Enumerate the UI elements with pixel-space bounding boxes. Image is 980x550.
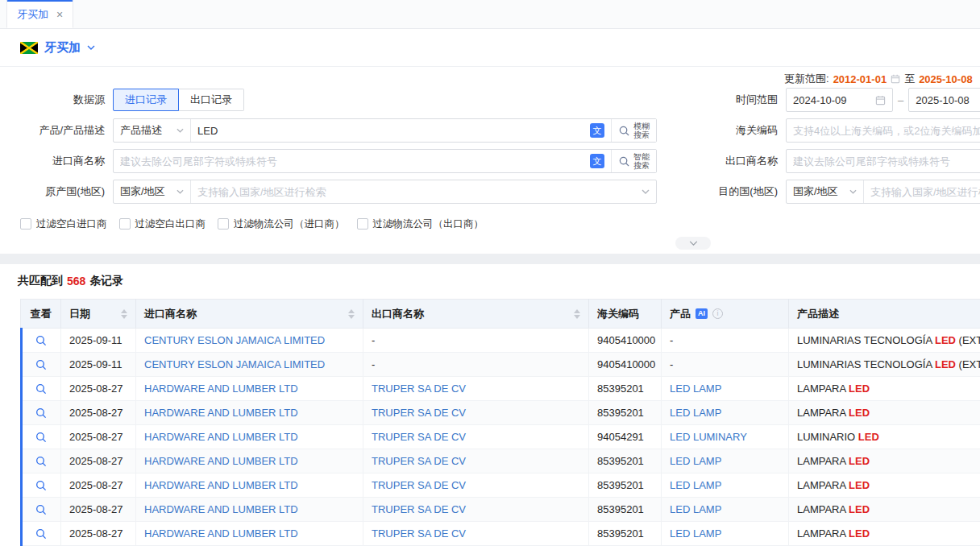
checkbox-box[interactable] [20, 218, 31, 230]
importer-link[interactable]: HARDWARE AND LUMBER LTD [144, 527, 298, 540]
chevron-down-icon[interactable] [642, 189, 650, 194]
summary-suffix: 条记录 [89, 274, 123, 288]
smart-search-label-1: 智能 [633, 152, 650, 161]
checkbox-label: 过滤空白出口商 [135, 217, 206, 231]
exporter-link[interactable]: TRUPER SA DE CV [372, 431, 466, 443]
date-range-separator: – [898, 94, 903, 106]
checkbox-row: 过滤空白进口商 过滤空白出口商 过滤物流公司（进口商） 过滤物流公司（出口商） [0, 215, 980, 233]
exporter-link[interactable]: TRUPER SA DE CV [372, 455, 466, 467]
importer-link[interactable]: HARDWARE AND LUMBER LTD [144, 479, 298, 491]
product-description-cell: LUMINARIAS TECNOLOGÍA LED (EXT [789, 353, 980, 377]
table-header-row: 查看 日期 进口商名称 [21, 300, 980, 329]
country-name: 牙买加 [44, 40, 81, 56]
tab-close-icon[interactable]: × [56, 8, 63, 21]
checkbox-filter-logistics-importer[interactable]: 过滤物流公司（进口商） [218, 217, 345, 231]
product-link[interactable]: LED LAMP [670, 407, 721, 419]
checkbox-box[interactable] [357, 218, 368, 230]
search-icon [618, 125, 630, 137]
checkbox-box[interactable] [119, 218, 131, 230]
product-link[interactable]: LED LAMP [670, 527, 721, 540]
exporter-link[interactable]: TRUPER SA DE CV [372, 407, 466, 419]
product-keyword-input[interactable] [191, 119, 590, 142]
date-cell: 2025-08-27 [61, 498, 136, 522]
tab-jamaica[interactable]: 牙买加 × [6, 0, 73, 28]
hs-code-input[interactable] [786, 118, 980, 143]
date-cell: 2025-08-27 [61, 449, 136, 473]
chevron-down-icon [849, 189, 857, 194]
importer-link[interactable]: HARDWARE AND LUMBER LTD [144, 383, 298, 395]
checkbox-filter-blank-exporter[interactable]: 过滤空白出口商 [119, 217, 206, 231]
importer-link[interactable]: CENTURY ESLON JAMAICA LIMITED [144, 358, 325, 370]
filter-row-origin: 原产国(地区) 国家/地区 目的国(地区) 国家/地区 [0, 180, 980, 204]
hs-code-label: 海关编码 [657, 123, 786, 138]
collapse-filters-button[interactable] [675, 237, 711, 250]
origin-country-select[interactable]: 国家/地区 [114, 180, 191, 203]
exporter-link[interactable]: TRUPER SA DE CV [372, 383, 466, 395]
table-row: 2025-08-27HARDWARE AND LUMBER LTDTRUPER … [21, 401, 980, 425]
start-date-value: 2024-10-09 [793, 94, 847, 106]
translate-icon[interactable]: 文 [590, 123, 604, 138]
destination-country-input[interactable] [864, 180, 980, 203]
origin-country-input[interactable] [191, 180, 642, 203]
product-link[interactable]: LED LAMP [670, 383, 721, 395]
start-date-input[interactable]: 2024-10-09 [786, 88, 893, 112]
destination-country-select[interactable]: 国家/地区 [787, 180, 864, 203]
view-record-icon[interactable] [35, 480, 47, 491]
destination-country-select-value: 国家/地区 [793, 184, 838, 199]
view-record-icon[interactable] [35, 383, 47, 395]
info-icon[interactable]: i [712, 308, 723, 319]
destination-country-group: 国家/地区 [786, 180, 980, 204]
smart-search-button[interactable]: 智能搜索 [611, 150, 656, 172]
exporter-link[interactable]: TRUPER SA DE CV [372, 503, 466, 515]
view-record-icon[interactable] [35, 335, 47, 346]
results-panel: 共匹配到 568 条记录 查看 日期 [0, 264, 980, 546]
importer-input-group: 文 智能搜索 [113, 149, 657, 173]
view-record-icon[interactable] [35, 504, 47, 515]
importer-link[interactable]: HARDWARE AND LUMBER LTD [144, 455, 298, 467]
tab-import-records[interactable]: 进口记录 [113, 89, 179, 111]
exporter-link[interactable]: TRUPER SA DE CV [372, 479, 466, 491]
view-record-icon[interactable] [35, 432, 47, 443]
view-record-icon[interactable] [35, 528, 47, 540]
end-date-input[interactable]: 2025-10-08 [908, 88, 980, 112]
country-dropdown-chevron-icon[interactable] [87, 45, 95, 50]
exporter-name-label: 出口商名称 [657, 154, 786, 168]
importer-link[interactable]: HARDWARE AND LUMBER LTD [144, 407, 298, 419]
date-cell: 2025-08-27 [61, 377, 136, 401]
product-link[interactable]: LED LAMP [670, 479, 721, 491]
exporter-link[interactable]: TRUPER SA DE CV [372, 527, 466, 540]
importer-link[interactable]: HARDWARE AND LUMBER LTD [144, 431, 298, 443]
table-body: 2025-09-11CENTURY ESLON JAMAICA LIMITED-… [21, 329, 980, 546]
checkbox-box[interactable] [218, 218, 229, 230]
translate-icon[interactable]: 文 [590, 154, 604, 168]
view-record-icon[interactable] [35, 407, 47, 419]
hs-code-cell: 85395201 [589, 449, 662, 473]
filter-row-product: 产品/产品描述 产品描述 文 模糊搜索 海关编码 [0, 118, 980, 143]
tab-export-records[interactable]: 出口记录 [179, 89, 244, 111]
importer-name-input[interactable] [114, 150, 590, 172]
hs-code-cell: 94054291 [589, 425, 662, 449]
sort-icon[interactable] [574, 309, 580, 319]
product-type-select[interactable]: 产品描述 [114, 119, 191, 142]
product-link[interactable]: LED LUMINARY [670, 431, 747, 443]
table-row: 2025-08-27HARDWARE AND LUMBER LTDTRUPER … [21, 377, 980, 401]
fuzzy-search-button[interactable]: 模糊搜索 [611, 119, 656, 142]
product-description-cell: LAMPARA LED [789, 401, 980, 425]
sort-icon[interactable] [121, 309, 127, 319]
importer-link[interactable]: HARDWARE AND LUMBER LTD [144, 503, 298, 515]
filter-row-datasource: 数据源 进口记录 出口记录 时间范围 2024-10-09 – 2025-10-… [0, 88, 980, 112]
checkbox-filter-blank-importer[interactable]: 过滤空白进口商 [20, 217, 107, 231]
date-cell: 2025-09-11 [61, 353, 136, 377]
importer-link[interactable]: CENTURY ESLON JAMAICA LIMITED [144, 334, 325, 346]
product-description-cell: LAMPARA LED [789, 377, 980, 401]
filter-row-importer: 进口商名称 文 智能搜索 出口商名称 [0, 149, 980, 173]
product-link[interactable]: LED LAMP [670, 503, 721, 515]
view-record-icon[interactable] [35, 456, 47, 467]
update-range-separator: 至 [904, 72, 915, 86]
view-record-icon[interactable] [35, 359, 47, 370]
product-link[interactable]: LED LAMP [670, 455, 721, 467]
update-range-end: 2025-10-08 [919, 73, 973, 85]
checkbox-filter-logistics-exporter[interactable]: 过滤物流公司（出口商） [357, 217, 484, 231]
sort-icon[interactable] [348, 309, 355, 319]
exporter-name-input[interactable] [786, 149, 980, 173]
